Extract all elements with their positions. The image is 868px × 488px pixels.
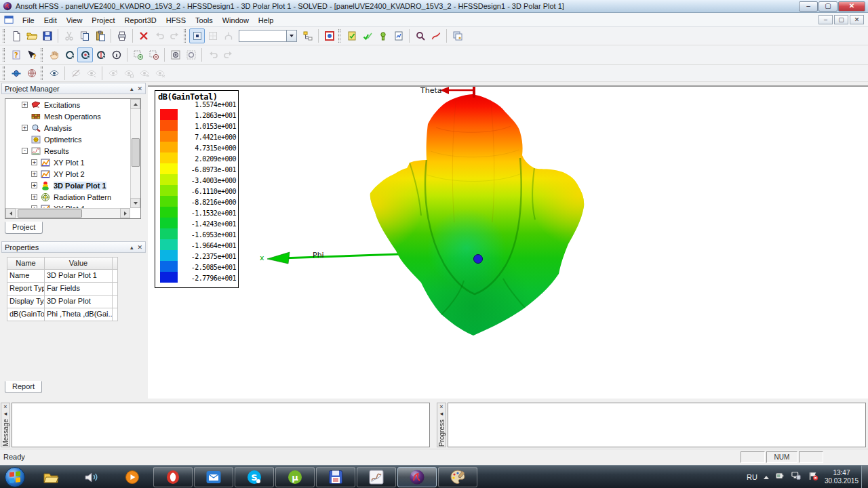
network-icon[interactable] [791, 471, 802, 483]
delete-icon[interactable] [136, 28, 151, 43]
taskbar-app-utorrent[interactable]: µ [275, 467, 315, 487]
property-value[interactable]: Far Fields [45, 283, 113, 296]
minimize-button[interactable]: – [799, 1, 818, 12]
taskbar-app-explorer[interactable] [31, 467, 71, 487]
taskbar-app-media-player[interactable] [113, 467, 152, 487]
open-folder-icon[interactable] [24, 28, 39, 43]
properties-collapse-icon[interactable]: ▴ [130, 244, 134, 251]
toolbar-grip[interactable] [3, 66, 5, 80]
analyze-check-icon[interactable] [359, 28, 375, 43]
property-row[interactable]: Display Ty...3D Polar Plot [7, 296, 121, 308]
mdi-restore-button[interactable]: ▢ [834, 15, 848, 24]
fit-selection-icon[interactable] [183, 47, 199, 62]
property-value[interactable]: 3D Polar Plot [45, 296, 113, 308]
mdi-child-icon[interactable] [4, 15, 14, 24]
expand-icon[interactable]: + [31, 171, 37, 177]
split-view-icon[interactable] [220, 28, 236, 43]
save-icon[interactable] [39, 28, 55, 43]
progress-pin-icon[interactable]: ◂ [440, 411, 443, 418]
radiation-pattern-3d[interactable]: Theta Phi x [148, 87, 868, 399]
tree-item-xy-plot-1[interactable]: +XY Plot 1 [5, 157, 130, 168]
plot-canvas[interactable]: Theta Phi x dB(GainTotal) 1.5574e+0011.2… [148, 85, 868, 399]
taskbar-app-mail[interactable] [194, 467, 233, 487]
pm-collapse-icon[interactable]: ▴ [130, 85, 134, 92]
menu-window[interactable]: Window [218, 14, 254, 26]
view-redo-icon[interactable] [220, 47, 236, 62]
scroll-down-icon[interactable] [130, 198, 140, 208]
menu-view[interactable]: View [62, 14, 87, 26]
maximize-button[interactable]: ▢ [818, 1, 837, 12]
menu-project[interactable]: Project [87, 14, 119, 26]
redo-icon[interactable] [167, 28, 182, 43]
mdi-minimize-button[interactable]: – [818, 15, 833, 24]
taskbar-app-ansoft-hfss[interactable] [397, 467, 437, 487]
eye-rot-4-icon[interactable] [152, 66, 167, 81]
expand-icon[interactable]: + [31, 159, 37, 165]
copy-image-icon[interactable] [450, 28, 465, 43]
rotate-axis-icon[interactable] [93, 47, 108, 62]
rotate-free-icon[interactable] [62, 47, 77, 62]
property-value[interactable]: 3D Polar Plot 1 [45, 270, 113, 283]
tray-expand-icon[interactable] [764, 476, 769, 479]
battery-icon[interactable] [775, 471, 785, 483]
taskbar-app-paint-palette[interactable] [438, 467, 477, 487]
submit-job-icon[interactable] [375, 28, 391, 43]
tab-report[interactable]: Report [5, 381, 42, 393]
validate-icon[interactable] [344, 28, 359, 43]
menu-report3d[interactable]: Report3D [120, 14, 161, 26]
eye-rot-2-icon[interactable] [121, 66, 136, 81]
report-curve-icon[interactable] [428, 28, 443, 43]
selection-box-icon[interactable] [321, 28, 337, 43]
menu-edit[interactable]: Edit [39, 14, 62, 26]
taskbar-app-volume[interactable] [72, 467, 111, 487]
scroll-up-icon[interactable] [130, 99, 140, 109]
zoom-out-region-icon[interactable] [146, 47, 161, 62]
pm-close-icon[interactable]: ✕ [137, 85, 142, 92]
menu-help[interactable]: Help [254, 14, 279, 26]
taskbar-app-save-tool[interactable] [316, 467, 355, 487]
tree-item-excitations[interactable]: +Excitations [5, 99, 130, 110]
property-row[interactable]: Name3D Polar Plot 1 [7, 270, 121, 283]
collapse-icon[interactable]: - [22, 148, 28, 154]
cutplane-icon[interactable] [8, 66, 24, 81]
fit-all-icon[interactable] [167, 47, 183, 62]
progress-panel-content[interactable] [448, 403, 866, 447]
taskbar-app-signal-tool[interactable] [357, 467, 396, 487]
expand-icon[interactable]: + [22, 102, 28, 108]
new-file-icon[interactable] [8, 28, 24, 43]
copy-icon[interactable] [77, 28, 92, 43]
print-icon[interactable] [114, 28, 130, 43]
column-header-value[interactable]: Value [45, 257, 113, 270]
tree-item-results[interactable]: -Results [5, 145, 130, 157]
property-row[interactable]: Report TypeFar Fields [7, 283, 121, 296]
results-doc-icon[interactable] [391, 28, 406, 43]
property-row[interactable]: dB(GainTo...Phi ,Theta ,dB(Gai... [7, 308, 121, 321]
material-select-combo[interactable] [239, 30, 297, 42]
toolbar-grip[interactable] [41, 48, 43, 62]
zoom-info-icon[interactable] [108, 47, 124, 62]
expand-icon[interactable]: + [31, 182, 37, 188]
close-button[interactable]: ✕ [838, 1, 865, 12]
tree-item-3d-polar-plot-1[interactable]: +3D Polar Plot 1 [5, 180, 130, 191]
cut-icon[interactable] [61, 28, 77, 43]
scroll-left-icon[interactable] [5, 208, 16, 218]
toolbar-grip[interactable] [184, 29, 186, 43]
zoom-tool-icon[interactable] [412, 28, 428, 43]
language-indicator[interactable]: RU [747, 473, 757, 481]
tree-item-analysis[interactable]: +Analysis [5, 122, 130, 134]
help-pointer-icon[interactable]: ? [24, 47, 39, 62]
menu-hfss[interactable]: HFSS [161, 14, 191, 26]
scroll-right-icon[interactable] [120, 208, 130, 218]
menu-file[interactable]: File [18, 14, 39, 26]
combo-dropdown-icon[interactable] [286, 30, 296, 41]
component-tree-icon[interactable] [300, 28, 315, 43]
message-pin-icon[interactable]: ◂ [4, 411, 7, 418]
toolbar-grip[interactable] [41, 66, 43, 80]
eye-visible-icon[interactable] [46, 66, 62, 81]
tree-item-mesh-operations[interactable]: Mesh Operations [5, 110, 130, 122]
taskbar-app-opera[interactable] [153, 467, 193, 487]
taskbar-app-skype[interactable]: S [235, 467, 274, 487]
expand-icon[interactable]: + [31, 194, 37, 200]
tree-hscroll-thumb[interactable] [18, 209, 82, 218]
column-header-name[interactable]: Name [7, 257, 45, 270]
